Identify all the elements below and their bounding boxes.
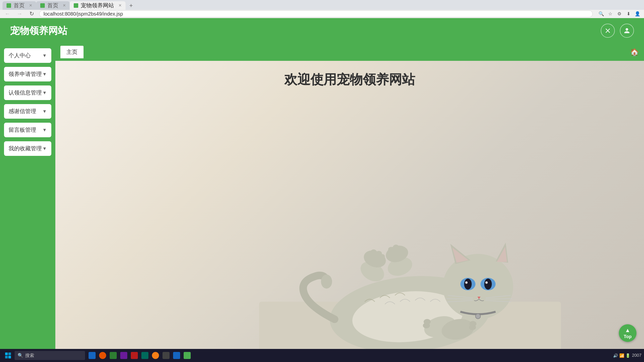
- svg-point-38: [469, 321, 476, 327]
- cat-background: 欢迎使用宠物领养网站: [55, 61, 644, 362]
- tab-favicon-3: [74, 3, 78, 8]
- scroll-to-top-button[interactable]: ▲ Top: [619, 324, 636, 342]
- taskbar-app-8[interactable]: [161, 350, 171, 360]
- tab-bar: 首页 × 首页 × 宠物领养网站 × +: [0, 0, 644, 10]
- main-nav-header: 主页 🏠: [55, 43, 644, 61]
- main-body: 欢迎使用宠物领养网站: [55, 61, 644, 362]
- main-content: 主页 🏠 欢迎使用宠物领养网站: [55, 43, 644, 362]
- forward-button[interactable]: →: [15, 10, 24, 18]
- sidebar-favorites-label: 我的收藏管理: [9, 145, 42, 152]
- tab-1[interactable]: 首页 ×: [3, 1, 36, 10]
- sidebar-claim-management[interactable]: 认领信息管理 ▼: [4, 85, 51, 100]
- taskbar-app-10[interactable]: [182, 350, 192, 360]
- tab-favicon-1: [7, 3, 11, 8]
- svg-point-3: [443, 254, 513, 319]
- back-button[interactable]: ←: [3, 10, 12, 18]
- add-tab-button[interactable]: +: [127, 1, 136, 10]
- tab-label-2: 首页: [47, 2, 58, 9]
- welcome-text: 欢迎使用宠物领养网站: [284, 71, 415, 88]
- cat-illustration: [259, 206, 561, 362]
- svg-point-26: [380, 254, 385, 259]
- taskbar-apps: [87, 350, 192, 360]
- tab-close-3[interactable]: ×: [118, 3, 122, 8]
- taskbar-search[interactable]: 🔍 搜索: [15, 351, 85, 360]
- svg-rect-42: [8, 352, 11, 355]
- sidebar-guestbook-management[interactable]: 留言板管理 ▼: [4, 123, 51, 137]
- arrow-up-icon: ▲: [625, 327, 630, 334]
- tab-2[interactable]: 首页 ×: [36, 1, 70, 10]
- close-icon: [604, 27, 612, 34]
- user-button[interactable]: [620, 24, 634, 38]
- sidebar-thanks-label: 感谢信管理: [9, 108, 36, 115]
- tab-close-2[interactable]: ×: [63, 3, 66, 8]
- svg-point-40: [475, 314, 480, 319]
- taskbar-app-3[interactable]: [108, 350, 118, 360]
- taskbar-app-2[interactable]: [98, 350, 108, 360]
- svg-point-39: [321, 275, 332, 289]
- chevron-down-icon-1: ▼: [42, 72, 47, 77]
- url-bar[interactable]: localhost:8080/jspm2bs49/index.jsp: [39, 10, 593, 17]
- tab-3[interactable]: 宠物领养网站 ×: [70, 1, 126, 10]
- sidebar-favorites-management[interactable]: 我的收藏管理 ▼: [4, 141, 51, 156]
- svg-marker-7: [497, 247, 507, 262]
- browser-toolbar-icons: 🔍 ☆ ⚙ ⬇ 👤: [598, 10, 641, 17]
- tab-label-1: 首页: [14, 2, 25, 9]
- cat-svg: [259, 206, 561, 362]
- svg-rect-41: [5, 352, 8, 355]
- sidebar-adoption-management[interactable]: 领养申请管理 ▼: [4, 67, 51, 81]
- start-button[interactable]: [3, 350, 14, 360]
- star-icon[interactable]: ☆: [607, 10, 614, 17]
- search-placeholder: 搜索: [25, 352, 34, 358]
- svg-point-32: [402, 249, 407, 254]
- svg-point-36: [424, 319, 431, 325]
- tab-favicon-2: [40, 3, 45, 8]
- address-bar: ← → ↻ localhost:8080/jspm2bs49/index.jsp…: [0, 10, 644, 18]
- sidebar-personal-center[interactable]: 个人中心 ▼: [4, 48, 51, 63]
- sidebar-thanks-management[interactable]: 感谢信管理 ▼: [4, 104, 51, 119]
- app-header: 宠物领养网站: [0, 18, 644, 43]
- header-icons: [601, 24, 634, 38]
- chevron-down-icon-0: ▼: [42, 53, 47, 58]
- refresh-button[interactable]: ↻: [27, 10, 36, 18]
- download-icon[interactable]: ⬇: [625, 10, 632, 17]
- app-title: 宠物领养网站: [10, 24, 67, 37]
- svg-point-9: [464, 279, 472, 290]
- taskbar-sys-area: 🔊 📶 🔋 2007: [613, 353, 641, 358]
- sidebar-guestbook-label: 留言板管理: [9, 126, 36, 134]
- tab-label-3: 宠物领养网站: [81, 2, 114, 9]
- taskbar-app-6[interactable]: [140, 350, 150, 360]
- taskbar-app-9[interactable]: [172, 350, 182, 360]
- svg-rect-44: [8, 356, 11, 358]
- sidebar-adoption-label: 领养申请管理: [9, 70, 42, 78]
- user-icon: [623, 27, 631, 34]
- app-body: 个人中心 ▼ 领养申请管理 ▼ 认领信息管理 ▼ 感谢信管理 ▼ 留言板管理 ▼…: [0, 43, 644, 362]
- close-button[interactable]: [601, 24, 615, 38]
- svg-point-10: [465, 281, 468, 284]
- taskbar-time: 2007: [632, 353, 641, 358]
- tab-close-1[interactable]: ×: [29, 3, 32, 8]
- chevron-down-icon-5: ▼: [42, 146, 47, 151]
- svg-point-13: [485, 281, 488, 284]
- zoom-icon[interactable]: 🔍: [598, 10, 605, 17]
- chevron-down-icon-2: ▼: [42, 90, 47, 96]
- chevron-down-icon-3: ▼: [42, 109, 47, 114]
- windows-icon: [5, 352, 12, 359]
- taskbar-sys-icons: 🔊 📶 🔋: [613, 353, 630, 358]
- profile-icon[interactable]: 👤: [634, 10, 641, 17]
- scroll-top-label: Top: [624, 334, 632, 339]
- main-home-tab-label: 主页: [66, 49, 77, 55]
- taskbar-app-5[interactable]: [129, 350, 139, 360]
- home-icon[interactable]: 🏠: [630, 48, 639, 56]
- taskbar: 🔍 搜索 🔊 📶 🔋 2007: [0, 349, 644, 362]
- app: 宠物领养网站 个人中心 ▼ 领养申请管理 ▼: [0, 18, 644, 362]
- main-home-tab[interactable]: 主页: [60, 46, 84, 58]
- taskbar-app-1[interactable]: [87, 350, 97, 360]
- sidebar: 个人中心 ▼ 领养申请管理 ▼ 认领信息管理 ▼ 感谢信管理 ▼ 留言板管理 ▼…: [0, 43, 55, 362]
- sidebar-personal-center-label: 个人中心: [9, 52, 31, 59]
- taskbar-app-7[interactable]: [150, 350, 160, 360]
- taskbar-app-4[interactable]: [119, 350, 129, 360]
- svg-rect-43: [5, 356, 8, 358]
- settings-icon[interactable]: ⚙: [616, 10, 623, 17]
- browser-chrome: 首页 × 首页 × 宠物领养网站 × + ← → ↻ localhost:808…: [0, 0, 644, 18]
- search-icon: 🔍: [18, 353, 23, 358]
